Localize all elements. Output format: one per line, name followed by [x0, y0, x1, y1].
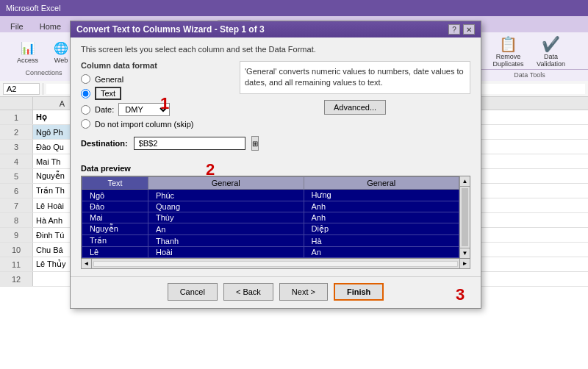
data-validation-label: Data Validation — [533, 53, 570, 68]
preview-header-general1: General — [148, 177, 304, 190]
list-item: Trần Thanh Hà — [82, 235, 459, 247]
access-icon: 📊 — [19, 39, 37, 57]
remove-duplicates-icon: 📋 — [499, 35, 517, 53]
radio-skip-label: Do not import column (skip) — [95, 120, 194, 129]
data-tools-group-label: Data Tools — [471, 69, 588, 79]
section-label: Column data format — [81, 61, 228, 70]
general-desc-section: 'General' converts numeric values to num… — [240, 61, 470, 158]
data-preview-section: Data preview Text General General — [81, 164, 470, 269]
dialog-titlebar: Convert Text to Columns Wizard - Step 1 … — [71, 21, 481, 37]
data-validation-btn[interactable]: ✔️ Data Validation — [533, 35, 570, 68]
annotation-3: 3 — [456, 285, 465, 304]
hscroll-left-btn[interactable]: ◄ — [82, 259, 92, 268]
preview-cell: Mai — [82, 212, 148, 223]
app-title: Microsoft Excel — [6, 4, 61, 12]
scroll-down-btn[interactable]: ▼ — [460, 248, 470, 258]
data-validation-icon: ✔️ — [542, 35, 560, 53]
preview-hscrollbar[interactable]: ◄ ► — [81, 259, 470, 269]
hscroll-track — [93, 261, 458, 267]
radio-date-input[interactable] — [81, 105, 90, 115]
excel-background: Microsoft Excel File Home Insert Page La… — [0, 0, 588, 369]
preview-cell: Quang — [148, 201, 304, 212]
row-number: 1 — [0, 110, 33, 124]
radio-text[interactable]: Text — [81, 87, 228, 100]
row-number: 10 — [0, 243, 33, 257]
dialog-controls: ? ✕ — [448, 24, 475, 35]
preview-table-container: Text General General Ngô Phúc Hưng — [82, 176, 459, 258]
preview-cell: Hà — [304, 235, 459, 247]
remove-duplicates-label: Remove Duplicates — [490, 53, 527, 68]
dialog-description: This screen lets you select each column … — [81, 45, 470, 54]
row-number: 3 — [0, 140, 33, 154]
preview-cell: Phúc — [148, 190, 304, 201]
tab-home[interactable]: Home — [32, 20, 68, 32]
preview-label: Data preview — [81, 164, 470, 173]
radio-general-input[interactable] — [81, 74, 90, 84]
web-icon: 🌐 — [52, 39, 70, 57]
row-number: 6 — [0, 184, 33, 198]
preview-table-body: Ngô Phúc Hưng Đào Quang Anh — [82, 190, 459, 258]
destination-label: Destination: — [81, 139, 128, 148]
preview-cell: Trần — [82, 235, 148, 247]
radio-text-input[interactable] — [81, 89, 90, 98]
radio-date[interactable]: Date: DMY MDY YMD — [81, 103, 228, 116]
access-btn[interactable]: 📊 Access — [12, 37, 43, 66]
preview-vscrollbar[interactable]: ▲ ▼ — [459, 176, 470, 258]
preview-cell: Hưng — [304, 190, 459, 201]
preview-container: Text General General Ngô Phúc Hưng — [81, 176, 470, 259]
preview-header-text: Text — [82, 177, 148, 190]
dialog-main-content: Column data format General Text — [81, 61, 470, 158]
dialog-help-btn[interactable]: ? — [448, 24, 460, 35]
column-data-format-section: Column data format General Text — [81, 61, 228, 158]
dialog-footer: Cancel < Back Next > Finish — [71, 276, 481, 308]
row-number: 12 — [0, 272, 33, 286]
list-item: Lê Hoài An — [82, 247, 459, 258]
destination-input[interactable] — [134, 137, 245, 150]
row-number: 9 — [0, 228, 33, 242]
radio-general[interactable]: General — [81, 74, 228, 84]
dialog: Convert Text to Columns Wizard - Step 1 … — [70, 21, 481, 309]
scroll-thumb — [462, 188, 468, 246]
scroll-up-btn[interactable]: ▲ — [460, 176, 470, 187]
row-number: 7 — [0, 198, 33, 212]
preview-cell: Lê — [82, 247, 148, 258]
radio-text-label: Text — [95, 87, 121, 100]
preview-cell: Diệp — [304, 223, 459, 235]
list-item: Ngô Phúc Hưng — [82, 190, 459, 201]
radio-date-label: Date: — [95, 105, 114, 114]
finish-button[interactable]: Finish — [334, 283, 384, 301]
row-number: 4 — [0, 154, 33, 168]
preview-header-general2: General — [304, 177, 459, 190]
list-item: Đào Quang Anh — [82, 201, 459, 212]
back-button[interactable]: < Back — [223, 283, 273, 301]
next-button[interactable]: Next > — [279, 283, 328, 301]
remove-duplicates-btn[interactable]: 📋 Remove Duplicates — [490, 35, 527, 68]
tab-file[interactable]: File — [3, 20, 31, 32]
preview-cell: Thanh — [148, 235, 304, 247]
cancel-button[interactable]: Cancel — [168, 283, 218, 301]
radio-skip-input[interactable] — [81, 119, 90, 129]
preview-cell: Nguyễn — [82, 223, 148, 235]
general-description: 'General' converts numeric values to num… — [240, 61, 470, 94]
annotation-1: 1 — [160, 94, 169, 113]
formula-divider — [43, 83, 43, 95]
hscroll-right-btn[interactable]: ► — [459, 259, 470, 268]
radio-skip[interactable]: Do not import column (skip) — [81, 119, 228, 129]
preview-cell: An — [148, 223, 304, 235]
preview-table: Text General General Ngô Phúc Hưng — [82, 176, 459, 258]
preview-cell: Đào — [82, 201, 148, 212]
dialog-title: Convert Text to Columns Wizard - Step 1 … — [76, 24, 265, 35]
preview-cell: Thùy — [148, 212, 304, 223]
list-item: Nguyễn An Diệp — [82, 223, 459, 235]
preview-cell: An — [304, 247, 459, 258]
preview-cell: Anh — [304, 201, 459, 212]
preview-header-row: Text General General — [82, 177, 459, 190]
row-number: 5 — [0, 169, 33, 183]
list-item: Mai Thùy Anh — [82, 212, 459, 223]
radio-group: General Text Date: DMY — [81, 74, 228, 129]
access-label: Access — [17, 57, 38, 64]
advanced-button[interactable]: Advanced... — [324, 100, 386, 115]
dialog-close-btn[interactable]: ✕ — [463, 24, 475, 35]
dialog-body: This screen lets you select each column … — [71, 37, 481, 276]
cell-reference-box[interactable]: A2 — [3, 83, 40, 95]
